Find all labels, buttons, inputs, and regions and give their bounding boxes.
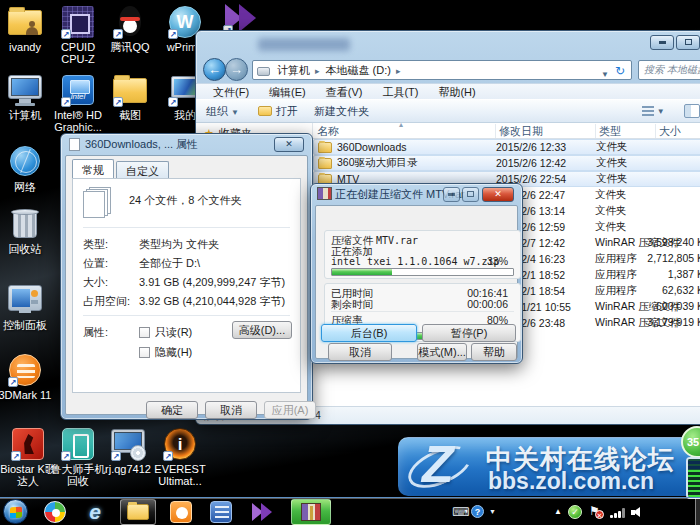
taskbar-item-explorer-active[interactable]: [120, 499, 156, 525]
watermark-banner: Z 中关村在线论坛 bbs.zol.com.cn: [398, 437, 700, 496]
preview-pane-button[interactable]: [684, 104, 700, 118]
show-hidden-icons[interactable]: ▲: [554, 507, 562, 516]
cancel-button[interactable]: 取消: [328, 343, 392, 361]
karaoke-icon: [10, 428, 46, 460]
ime-options-icon[interactable]: ▼: [489, 508, 496, 515]
taskbar-item-360browser[interactable]: [42, 500, 68, 524]
address-bar: ← → 计算机本地磁盘 (D:) ▼ ↻ 搜索 本地磁盘 (D:): [196, 57, 700, 83]
chevron-down-icon[interactable]: ▼: [601, 66, 609, 84]
360-shield-icon[interactable]: ✓: [568, 505, 582, 519]
shortcut-arrow-icon: [11, 451, 21, 461]
help-button[interactable]: 帮助: [471, 343, 517, 361]
tab-strip: 常规自定义: [72, 160, 171, 178]
minimize-button[interactable]: [650, 35, 674, 50]
menu-file[interactable]: 文件(F): [203, 84, 259, 99]
shortcut-arrow-icon: [163, 451, 173, 461]
penguin-icon: [112, 6, 148, 38]
column-header-size[interactable]: 大小: [659, 124, 681, 139]
advanced-button[interactable]: 高级(D)...: [232, 321, 292, 339]
column-header-name[interactable]: 名称: [317, 124, 339, 139]
maximize-button[interactable]: [462, 187, 479, 202]
folder-icon: [127, 504, 149, 520]
desktop-icon-3dmark[interactable]: 3DMark 11: [0, 354, 57, 401]
cancel-button[interactable]: 取消: [205, 401, 257, 419]
network-signal-icon[interactable]: [610, 508, 626, 518]
shortcut-arrow-icon: [113, 97, 123, 107]
organize-button[interactable]: 组织 ▼: [206, 104, 239, 119]
folder-icon: [318, 158, 332, 169]
location-value: 全部位于 D:\: [139, 256, 200, 271]
hidden-checkbox[interactable]: 隐藏(H): [139, 345, 192, 360]
cpu-chip-icon: [60, 6, 96, 38]
forward-button[interactable]: →: [225, 58, 248, 81]
ok-button[interactable]: 确定: [146, 401, 198, 419]
checkbox-icon[interactable]: [139, 327, 150, 338]
menu-help[interactable]: 帮助(H): [428, 84, 485, 99]
breadcrumb[interactable]: 计算机本地磁盘 (D:) ▼ ↻: [252, 60, 632, 80]
recycle-bin-icon: [7, 208, 43, 240]
desktop-icon-network[interactable]: 网络: [0, 146, 57, 193]
refresh-icon[interactable]: ↻: [612, 63, 628, 79]
clock[interactable]: 23:492015/2/6: [648, 501, 694, 523]
tab-general[interactable]: 常规: [72, 159, 114, 180]
intel-graphics-icon: [60, 74, 96, 106]
size-label: 大小:: [83, 275, 108, 290]
file-progress-bar: [331, 268, 514, 276]
desktop-icon-recycle-bin[interactable]: 回收站: [0, 208, 57, 255]
checkbox-icon[interactable]: [139, 347, 150, 358]
disk-temperature-readout[interactable]: 30℃硬盘温度: [500, 501, 548, 525]
menu-edit[interactable]: 编辑(E): [259, 84, 316, 99]
windows-flag-icon: [10, 507, 22, 519]
close-icon[interactable]: ✕: [482, 187, 514, 202]
icon-label: 回收站: [0, 243, 54, 255]
taskbar-item-media-player[interactable]: [168, 500, 194, 524]
keyboard-icon[interactable]: ⌨: [452, 505, 469, 519]
table-row[interactable]: 360Downloads2015/2/6 12:33文件夹: [313, 139, 700, 155]
file-percent: 33%: [487, 255, 508, 267]
start-button[interactable]: [3, 499, 28, 524]
show-desktop-button[interactable]: [695, 498, 700, 525]
taskbar-item-kmplayer[interactable]: [250, 500, 276, 524]
taskbar-item-video-app[interactable]: [208, 500, 234, 524]
back-button[interactable]: ←: [203, 58, 226, 81]
desktop-icon-control-panel[interactable]: 控制面板: [0, 284, 57, 331]
everest-icon: [162, 428, 198, 460]
zol-logo-icon: Z: [404, 440, 480, 494]
action-center-flag-icon[interactable]: ⚑✕: [589, 504, 600, 518]
volume-icon[interactable]: [631, 507, 645, 518]
table-row[interactable]: 360驱动大师目录2015/2/6 12:42文件夹: [313, 155, 700, 171]
search-input[interactable]: 搜索 本地磁盘 (D:): [638, 60, 700, 80]
minimize-button[interactable]: [443, 187, 460, 202]
menu-bar: 文件(F) 编辑(E) 查看(V) 工具(T) 帮助(H): [196, 83, 700, 99]
close-icon[interactable]: ✕: [274, 137, 304, 152]
winrar-progress-dialog: 正在创建压缩文件 MTV.rar ✕ 压缩文件 MTV.rar 正在添加 int…: [310, 183, 523, 364]
background-button[interactable]: 后台(B): [321, 324, 417, 342]
shortcut-arrow-icon: [61, 451, 71, 461]
menu-tools[interactable]: 工具(T): [372, 84, 428, 99]
shortcut-arrow-icon: [61, 97, 71, 107]
column-header-date[interactable]: 修改日期: [499, 124, 543, 139]
taskbar-item-winrar-active[interactable]: [291, 499, 331, 525]
breadcrumb-drive-d[interactable]: 本地磁盘 (D:): [323, 64, 404, 76]
3dmark-icon: [7, 354, 43, 386]
folder-icon: [258, 106, 272, 116]
breadcrumb-computer[interactable]: 计算机: [274, 64, 323, 76]
mode-button[interactable]: 模式(M)...: [417, 343, 467, 361]
desktop-icon-everest[interactable]: EVEREST Ultimat...: [148, 428, 212, 487]
menu-view[interactable]: 查看(V): [316, 84, 373, 99]
apply-button[interactable]: 应用(A): [264, 401, 316, 419]
remaining-label: 剩余时间: [331, 298, 373, 310]
open-button[interactable]: 打开: [258, 104, 298, 119]
pause-button[interactable]: 暂停(P): [422, 324, 516, 342]
type-value: 类型均为 文件夹: [139, 237, 219, 252]
taskbar-item-ie[interactable]: e: [82, 500, 108, 524]
help-tray-icon[interactable]: ?: [471, 505, 484, 518]
column-header-type[interactable]: 类型: [599, 124, 621, 139]
shortcut-arrow-icon: [8, 377, 18, 387]
new-folder-button[interactable]: 新建文件夹: [314, 104, 369, 119]
readonly-checkbox[interactable]: 只读(R): [139, 325, 192, 340]
player-icon: [170, 501, 192, 523]
type-label: 类型:: [83, 237, 108, 252]
views-button[interactable]: ▼: [642, 105, 668, 118]
maximize-button[interactable]: [676, 35, 700, 50]
